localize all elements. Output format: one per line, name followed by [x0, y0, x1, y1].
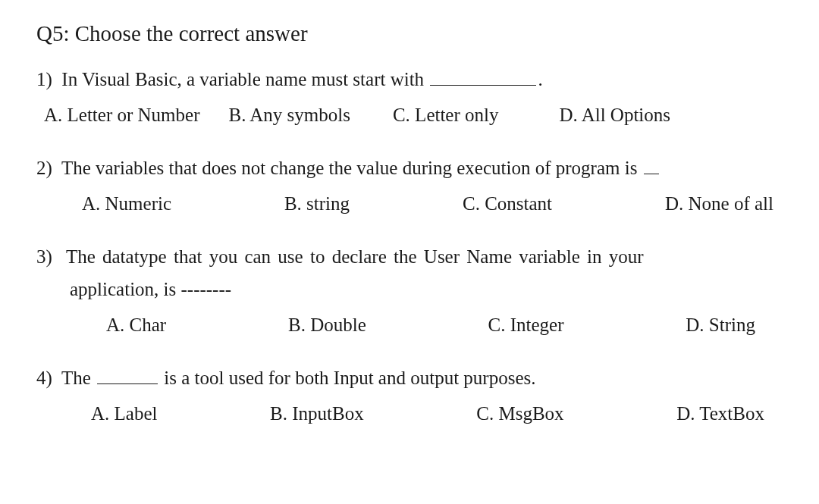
option-b: B. Any symbols — [228, 105, 350, 126]
quiz-title: Q5: Choose the correct answer — [36, 21, 783, 46]
option-c: C. Constant — [463, 193, 552, 214]
option-a: A. Label — [91, 403, 157, 424]
blank-fill — [97, 383, 158, 384]
question-number: 4) — [36, 368, 52, 388]
question-3-text: 3) The datatype that you can use to decl… — [36, 243, 783, 270]
question-prompt: The variables that does not change the v… — [61, 158, 642, 178]
question-1-text: 1) In Visual Basic, a variable name must… — [36, 66, 783, 92]
question-3-text-line2: application, is -------- — [36, 276, 783, 302]
option-c: C. MsgBox — [476, 403, 563, 424]
option-a: A. Char — [106, 315, 166, 336]
question-4-options: A. Label B. InputBox C. MsgBox D. TextBo… — [36, 403, 783, 424]
question-prompt-after: is a tool used for both Input and output… — [159, 368, 535, 388]
question-3-options: A. Char B. Double C. Integer D. String — [36, 315, 783, 336]
blank-fill — [644, 174, 659, 174]
question-prompt-line1: The datatype that you can use to declare… — [66, 246, 644, 267]
option-c: C. Integer — [488, 315, 564, 336]
option-b: B. string — [284, 193, 350, 214]
question-suffix: . — [538, 69, 542, 89]
question-prompt-line2: application, is -------- — [70, 279, 231, 299]
question-prompt: In Visual Basic, a variable name must st… — [61, 69, 428, 89]
option-a: A. Letter or Number — [44, 105, 199, 126]
question-4-text: 4) The is a tool used for both Input and… — [36, 365, 783, 391]
question-number: 1) — [36, 69, 52, 89]
option-a: A. Numeric — [82, 193, 171, 214]
blank-fill — [430, 85, 536, 86]
option-b: B. Double — [288, 315, 366, 336]
question-2-text: 2) The variables that does not change th… — [36, 155, 783, 181]
option-d: D. String — [686, 315, 755, 336]
option-b: B. InputBox — [270, 403, 364, 424]
option-d: D. TextBox — [676, 403, 764, 424]
question-1-options: A. Letter or Number B. Any symbols C. Le… — [36, 105, 783, 126]
question-number: 3) — [36, 246, 52, 267]
question-number: 2) — [36, 158, 52, 178]
question-prompt-before: The — [61, 368, 96, 388]
option-d: D. All Options — [560, 105, 671, 126]
question-2-options: A. Numeric B. string C. Constant D. None… — [36, 193, 783, 214]
option-d: D. None of all — [665, 193, 774, 214]
option-c: C. Letter only — [393, 105, 499, 126]
